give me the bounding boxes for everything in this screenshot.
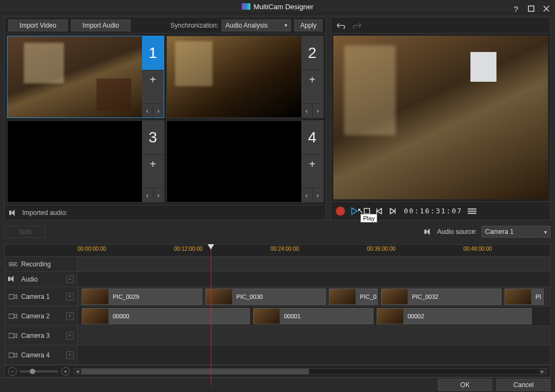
source-2-next-button[interactable]: › — [312, 104, 324, 117]
clip[interactable]: PIC_0029 — [82, 289, 202, 305]
track-label: Recording — [21, 260, 74, 268]
titlebar: MultiCam Designer ? — [0, 0, 555, 14]
stop-button[interactable] — [364, 208, 370, 214]
svg-rect-0 — [528, 6, 534, 11]
svg-rect-3 — [364, 208, 370, 214]
import-audio-button[interactable]: Import Audio — [71, 19, 131, 31]
maximize-icon[interactable] — [526, 3, 537, 14]
svg-rect-5 — [468, 211, 476, 212]
source-number-2[interactable]: 2 — [301, 36, 323, 70]
ok-button[interactable]: OK — [438, 379, 492, 391]
clip[interactable]: 00002 — [377, 308, 532, 324]
clip[interactable]: 00000 — [82, 308, 250, 324]
source-cell-4[interactable]: 4 + ‹ › — [166, 120, 324, 202]
clip-thumbnail — [206, 289, 232, 304]
audio-source-label: Audio source: — [437, 228, 477, 236]
ruler-tick: 00:00:00:00 — [78, 246, 106, 252]
zoom-out-button[interactable]: − — [8, 367, 17, 376]
cancel-button[interactable]: Cancel — [496, 379, 551, 391]
split-button: Split — [4, 226, 46, 238]
clip-thumbnail — [254, 309, 280, 324]
recording-track-icon — [8, 260, 18, 268]
track-options-button[interactable]: ≡ — [66, 332, 74, 339]
record-button[interactable] — [335, 206, 345, 216]
camera-icon — [8, 293, 18, 300]
track-camera-3: Camera 3 ≡ — [5, 326, 550, 345]
camera-icon — [8, 312, 18, 320]
source-4-next-button[interactable]: › — [312, 188, 324, 202]
close-icon[interactable] — [541, 3, 552, 14]
ruler-tick: 00:12:00:00 — [174, 246, 203, 252]
timeline-scrollbar[interactable]: ◄ ► — [73, 368, 547, 375]
add-source-2-button[interactable]: + — [301, 70, 323, 89]
import-video-button[interactable]: Import Video — [8, 19, 68, 31]
play-button[interactable] — [351, 207, 358, 215]
sync-method-combo[interactable]: Audio Analysis — [222, 19, 291, 31]
zoom-slider[interactable] — [20, 370, 58, 373]
clip[interactable]: PIC_0032 — [381, 289, 501, 305]
sync-label: Synchronization: — [170, 22, 218, 29]
app-logo-icon — [242, 3, 250, 10]
imported-audio-label: Imported audio: — [22, 209, 67, 217]
source-number-3[interactable]: 3 — [142, 121, 164, 154]
ruler-tick: 00:36:00:00 — [367, 246, 396, 252]
clip[interactable]: 00001 — [253, 308, 373, 324]
clip-label: PIC_0032 — [408, 293, 443, 300]
sources-panel: Import Video Import Audio Synchronizatio… — [4, 17, 326, 220]
add-source-4-button[interactable]: + — [301, 154, 323, 174]
scroll-right-button[interactable]: ► — [539, 369, 546, 374]
zoom-in-button[interactable]: + — [61, 367, 70, 376]
clip-thumbnail — [330, 289, 356, 304]
source-1-prev-button[interactable]: ‹ — [142, 104, 153, 117]
source-1-next-button[interactable]: › — [153, 104, 164, 117]
source-thumb-4 — [167, 121, 301, 202]
source-cell-1[interactable]: 1 + ‹ › — [7, 36, 164, 118]
preview-viewport — [333, 36, 548, 199]
playhead[interactable] — [211, 245, 211, 386]
clip[interactable]: PIC_0… — [329, 289, 378, 305]
clip-thumbnail — [82, 309, 108, 324]
source-2-prev-button[interactable]: ‹ — [301, 104, 312, 117]
scroll-left-button[interactable]: ◄ — [74, 369, 81, 374]
track-options-button[interactable]: ≡ — [66, 312, 74, 320]
clip-label: 00002 — [403, 313, 429, 319]
clip-label: PIC_0030 — [232, 293, 267, 300]
speaker-icon — [8, 276, 18, 283]
apply-button[interactable]: Apply — [294, 19, 322, 31]
svg-rect-13 — [9, 334, 14, 338]
redo-button[interactable] — [351, 20, 364, 31]
track-label: Camera 1 — [21, 293, 63, 300]
source-3-next-button[interactable]: › — [153, 188, 164, 202]
clip-thumbnail — [82, 289, 108, 304]
clip[interactable]: PI — [505, 289, 544, 305]
clip-label: PIC_0029 — [108, 293, 144, 300]
prev-frame-button[interactable] — [376, 208, 383, 214]
speaker-icon — [9, 210, 18, 216]
time-ruler[interactable]: 00:00:00:0000:12:00:0000:24:00:0000:36:0… — [78, 245, 550, 256]
source-3-prev-button[interactable]: ‹ — [142, 188, 153, 202]
source-number-4[interactable]: 4 — [301, 121, 323, 154]
timecode-display: 00:16:31:07 — [404, 207, 462, 215]
audio-source-combo[interactable]: Camera 1 — [481, 226, 551, 238]
source-thumb-3 — [8, 121, 142, 202]
undo-button[interactable] — [334, 20, 347, 31]
track-label: Camera 4 — [21, 351, 63, 359]
source-4-prev-button[interactable]: ‹ — [301, 188, 312, 202]
track-label: Camera 3 — [21, 332, 63, 339]
preview-panel: 00:16:31:07 ↖ Play — [331, 17, 551, 220]
source-cell-3[interactable]: 3 + ‹ › — [7, 120, 164, 202]
next-frame-button[interactable] — [389, 208, 396, 214]
help-icon[interactable]: ? — [511, 3, 521, 14]
track-options-button[interactable]: ≡ — [66, 351, 74, 359]
add-source-3-button[interactable]: + — [142, 154, 164, 174]
track-options-button[interactable]: ≡ — [66, 293, 74, 300]
view-options-button[interactable] — [468, 208, 476, 214]
track-options-button[interactable]: ≡ — [66, 276, 74, 283]
source-cell-2[interactable]: 2 + ‹ › — [166, 36, 324, 118]
svg-rect-8 — [10, 264, 11, 265]
add-source-1-button[interactable]: + — [142, 70, 164, 89]
clip-label: 00001 — [280, 313, 305, 319]
source-number-1[interactable]: 1 — [142, 36, 164, 70]
clip-label: PI — [531, 293, 544, 300]
clip[interactable]: PIC_0030 — [205, 289, 326, 305]
